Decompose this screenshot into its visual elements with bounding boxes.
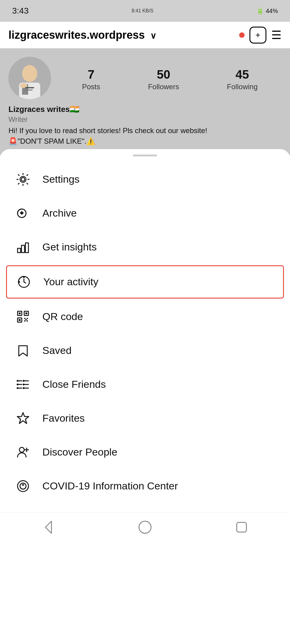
svg-point-38 (23, 387, 25, 389)
followers-stat[interactable]: 50 Followers (148, 68, 179, 91)
add-icon: + (255, 30, 260, 40)
status-icons: 🔋 44% (256, 7, 278, 15)
battery-icon: 🔋 (256, 7, 264, 15)
svg-rect-23 (27, 318, 28, 319)
sheet-handle (0, 149, 290, 159)
profile-role: Writer (8, 115, 282, 124)
nav-bar (0, 512, 290, 542)
menu-item-archive[interactable]: Archive (0, 196, 290, 230)
profile-bio: Hi! If you love to read short stories! P… (8, 126, 282, 136)
svg-point-7 (21, 178, 25, 181)
svg-rect-12 (25, 243, 28, 253)
profile-section: 7 Posts 50 Followers 45 Following Lizgra… (0, 48, 290, 155)
menu-item-qr-code[interactable]: QR code (0, 300, 290, 334)
battery-percent: 44% (266, 8, 278, 15)
menu-item-close-friends[interactable]: Close Friends (0, 368, 290, 401)
svg-point-15 (23, 276, 25, 278)
archive-label: Archive (42, 207, 77, 219)
status-kb: 8:41 KB/S (132, 8, 153, 14)
svg-point-36 (23, 380, 25, 382)
activity-icon (15, 273, 32, 290)
covid-icon (15, 478, 31, 495)
svg-marker-45 (45, 521, 51, 533)
posts-label: Posts (82, 83, 100, 91)
home-button[interactable] (134, 517, 156, 538)
svg-rect-17 (19, 312, 21, 314)
svg-point-32 (17, 387, 18, 389)
svg-point-30 (17, 380, 18, 382)
avatar[interactable] (8, 57, 51, 99)
svg-point-1 (22, 65, 37, 82)
svg-rect-19 (25, 312, 27, 314)
posts-stat[interactable]: 7 Posts (82, 68, 100, 91)
svg-rect-25 (27, 320, 28, 322)
svg-rect-24 (24, 320, 25, 322)
status-time: 3:43 (12, 6, 29, 16)
favorites-icon (15, 410, 31, 427)
menu-button[interactable]: ☰ (271, 29, 282, 41)
menu-item-insights[interactable]: Get insights (0, 230, 290, 264)
close-friends-label: Close Friends (42, 378, 106, 390)
svg-marker-39 (17, 413, 29, 423)
insights-icon (15, 239, 31, 256)
drag-handle (133, 155, 157, 156)
svg-point-31 (17, 384, 18, 385)
svg-point-40 (19, 447, 24, 452)
qr-code-label: QR code (42, 311, 83, 322)
settings-icon (15, 171, 31, 188)
svg-point-46 (139, 521, 151, 533)
discover-people-label: Discover People (42, 446, 117, 458)
menu-item-saved[interactable]: Saved (0, 334, 290, 368)
following-label: Following (227, 83, 258, 91)
svg-point-37 (23, 384, 25, 385)
svg-point-43 (18, 481, 28, 492)
menu-item-covid[interactable]: COVID-19 Information Center (0, 469, 290, 503)
archive-icon (15, 205, 31, 222)
covid-label: COVID-19 Information Center (42, 480, 178, 492)
notification-dot (239, 32, 245, 38)
svg-rect-10 (18, 248, 21, 253)
menu-list: Settings Archive (0, 159, 290, 506)
discover-icon (15, 444, 31, 461)
profile-top: 7 Posts 50 Followers 45 Following (8, 57, 282, 99)
followers-label: Followers (148, 83, 179, 91)
saved-icon (15, 342, 31, 359)
username-button[interactable]: lizgraceswrites.wordpress ∨ (8, 29, 234, 41)
favorites-label: Favorites (42, 412, 85, 424)
profile-name: Lizgraces writes🇮🇳 (8, 105, 282, 114)
svg-rect-26 (25, 319, 27, 320)
bottom-sheet: Settings Archive (0, 149, 290, 542)
svg-rect-22 (24, 318, 25, 319)
svg-rect-47 (237, 522, 246, 532)
status-bar: 3:43 8:41 KB/S 🔋 44% (0, 0, 290, 22)
chevron-down-icon: ∨ (150, 31, 157, 41)
following-stat[interactable]: 45 Following (227, 68, 258, 91)
recents-button[interactable] (231, 517, 252, 538)
new-post-button[interactable]: + (249, 27, 266, 44)
svg-rect-21 (19, 319, 21, 321)
menu-item-discover-people[interactable]: Discover People (0, 435, 290, 469)
status-center-info: 8:41 KB/S (132, 8, 153, 14)
followers-count: 50 (157, 68, 170, 81)
insights-label: Get insights (42, 241, 97, 253)
qr-icon (15, 308, 31, 325)
saved-label: Saved (42, 345, 71, 356)
menu-item-settings[interactable]: Settings (0, 162, 290, 196)
menu-item-favorites[interactable]: Favorites (0, 401, 290, 435)
svg-rect-5 (25, 87, 34, 88)
svg-rect-6 (25, 90, 33, 90)
menu-item-your-activity[interactable]: Your activity (6, 265, 284, 299)
svg-point-14 (18, 281, 20, 283)
profile-info: Lizgraces writes🇮🇳 Writer Hi! If you lov… (8, 105, 282, 145)
profile-stats: 7 Posts 50 Followers 45 Following (58, 65, 282, 91)
close-friends-icon (15, 376, 31, 393)
svg-rect-11 (21, 245, 25, 253)
following-count: 45 (236, 68, 249, 81)
settings-label: Settings (42, 173, 80, 185)
avatar-image (8, 57, 51, 99)
back-button[interactable] (38, 517, 59, 538)
activity-label: Your activity (43, 276, 98, 288)
header-nav: lizgraceswrites.wordpress ∨ + ☰ (0, 22, 290, 48)
profile-warning: 🚨"DON'T SPAM LIKE".⚠️ (8, 137, 282, 145)
posts-count: 7 (88, 68, 94, 81)
